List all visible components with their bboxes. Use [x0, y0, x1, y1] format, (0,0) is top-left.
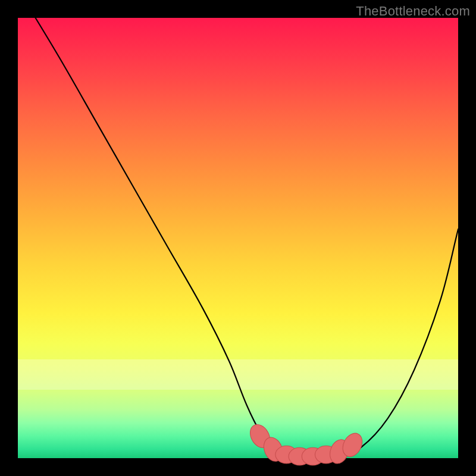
watermark-text: TheBottleneck.com — [356, 4, 470, 19]
bottleneck-curve — [36, 18, 458, 458]
chart-frame: TheBottleneck.com — [0, 0, 476, 476]
chart-overlay — [18, 18, 458, 458]
marker-group — [246, 421, 366, 466]
